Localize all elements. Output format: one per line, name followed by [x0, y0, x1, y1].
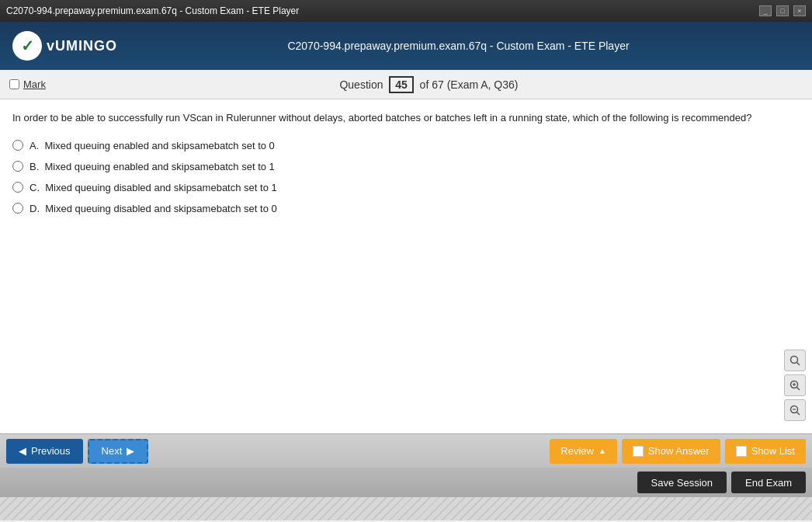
show-list-button[interactable]: Show List	[725, 439, 806, 464]
zoom-out-button[interactable]	[784, 399, 806, 421]
show-list-checkbox[interactable]	[736, 446, 747, 457]
hatch-area	[0, 497, 812, 520]
review-arrow-icon: ▲	[599, 447, 606, 455]
side-tools	[784, 350, 806, 421]
logo-text: vUMINGO	[47, 38, 117, 54]
title-bar-text: C2070-994.prepaway.premium.exam.67q - Cu…	[6, 5, 299, 16]
close-button[interactable]: ×	[793, 5, 806, 16]
save-session-button[interactable]: Save Session	[637, 472, 727, 493]
bottom-nav: ◀ Previous Next ▶ Review ▲ Show Answer S…	[0, 433, 812, 468]
content-area: In order to be able to successfully run …	[0, 99, 812, 433]
option-radio-c[interactable]	[12, 182, 23, 193]
next-button[interactable]: Next ▶	[88, 439, 149, 464]
svg-line-3	[797, 388, 800, 391]
option-radio-b[interactable]	[12, 161, 23, 172]
svg-line-1	[797, 363, 800, 366]
question-label: Question	[339, 78, 383, 91]
show-answer-checkbox[interactable]	[633, 446, 644, 457]
prev-arrow-icon: ◀	[19, 445, 26, 457]
option-radio-a[interactable]	[12, 140, 23, 151]
end-exam-button[interactable]: End Exam	[731, 472, 806, 493]
mark-checkbox-input[interactable]	[9, 79, 19, 89]
question-number-box: 45	[389, 76, 414, 93]
search-tool-button[interactable]	[784, 350, 806, 371]
option-radio-d[interactable]	[12, 203, 23, 214]
logo-area: ✓ vUMINGO	[12, 31, 117, 61]
show-answer-button[interactable]: Show Answer	[622, 439, 720, 464]
option-label-a: A. Mixed queuing enabled and skipsamebat…	[29, 140, 275, 151]
question-text: In order to be able to successfully run …	[12, 110, 800, 126]
option-row-c[interactable]: C. Mixed queuing disabled and skipsameba…	[12, 182, 800, 193]
option-label-c: C. Mixed queuing disabled and skipsameba…	[29, 182, 277, 193]
question-total: of 67 (Exam A, Q36)	[420, 78, 519, 91]
svg-line-7	[797, 412, 800, 416]
option-row-b[interactable]: B. Mixed queuing enabled and skipsamebat…	[12, 161, 800, 172]
logo-check-icon: ✓	[21, 37, 34, 55]
title-bar-controls: _ □ ×	[759, 5, 806, 16]
review-button[interactable]: Review ▲	[550, 439, 617, 464]
mark-checkbox[interactable]: Mark	[9, 78, 46, 90]
logo-circle: ✓	[12, 31, 42, 61]
title-bar: C2070-994.prepaway.premium.exam.67q - Cu…	[0, 0, 812, 22]
option-label-b: B. Mixed queuing enabled and skipsamebat…	[29, 161, 275, 172]
option-row-a[interactable]: A. Mixed queuing enabled and skipsamebat…	[12, 140, 800, 151]
mark-label: Mark	[23, 78, 46, 90]
minimize-button[interactable]: _	[759, 5, 772, 16]
question-info: Question 45 of 67 (Exam A, Q36)	[55, 76, 803, 93]
next-arrow-icon: ▶	[127, 445, 134, 457]
toolbar: Mark Question 45 of 67 (Exam A, Q36)	[0, 70, 812, 99]
previous-button[interactable]: ◀ Previous	[6, 439, 83, 464]
zoom-in-button[interactable]	[784, 374, 806, 396]
app-header: ✓ vUMINGO C2070-994.prepaway.premium.exa…	[0, 22, 812, 70]
maximize-button[interactable]: □	[776, 5, 789, 16]
option-label-d: D. Mixed queuing disabled and skipsameba…	[29, 203, 277, 214]
option-row-d[interactable]: D. Mixed queuing disabled and skipsameba…	[12, 203, 800, 214]
svg-point-0	[791, 357, 798, 364]
header-title: C2070-994.prepaway.premium.exam.67q - Cu…	[117, 40, 800, 52]
bottom-bar-2: Save Session End Exam	[0, 468, 812, 497]
